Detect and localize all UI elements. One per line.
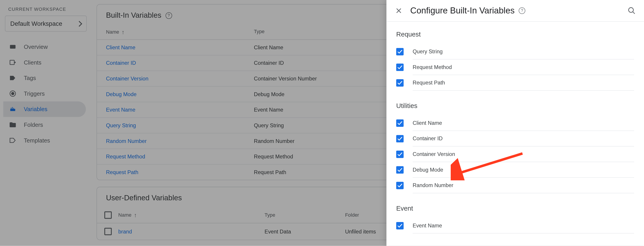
checkbox-checked[interactable] <box>396 135 404 143</box>
variable-checkbox-row[interactable]: Request Method <box>396 60 634 75</box>
checkbox-checked[interactable] <box>396 79 404 87</box>
variable-label: Debug Mode <box>413 162 634 178</box>
help-icon[interactable]: ? <box>519 7 525 14</box>
variable-label: Container ID <box>413 131 634 147</box>
variable-section: RequestQuery StringRequest MethodRequest… <box>396 31 634 90</box>
checkbox-checked[interactable] <box>396 119 404 127</box>
variable-checkbox-row[interactable]: Request Path <box>396 75 634 91</box>
drawer-body: RequestQuery StringRequest MethodRequest… <box>386 22 644 246</box>
drawer-header: Configure Built-In Variables ? <box>386 0 644 22</box>
variable-section: UtilitiesClient NameContainer IDContaine… <box>396 102 634 193</box>
variable-label: Container Version <box>413 147 634 162</box>
checkbox-checked[interactable] <box>396 151 404 158</box>
checkbox-checked[interactable] <box>396 222 404 230</box>
variable-label: Request Path <box>413 75 634 91</box>
variable-checkbox-row[interactable]: Container Version <box>396 147 634 162</box>
variable-checkbox-row[interactable]: Random Number <box>396 178 634 193</box>
checkbox-checked[interactable] <box>396 166 404 174</box>
search-button[interactable] <box>627 6 636 16</box>
variable-checkbox-row[interactable]: Client Name <box>396 115 634 131</box>
variable-checkbox-row[interactable]: Event Name <box>396 218 634 234</box>
variable-checkbox-row[interactable]: Query String <box>396 44 634 60</box>
variable-label: Request Method <box>413 60 634 75</box>
drawer-title: Configure Built-In Variables ? <box>410 6 620 16</box>
variable-label: Random Number <box>413 178 634 193</box>
section-title: Request <box>396 31 634 38</box>
checkbox-checked[interactable] <box>396 182 404 189</box>
variable-label: Query String <box>413 44 634 60</box>
section-title: Event <box>396 205 634 212</box>
checkbox-checked[interactable] <box>396 64 404 71</box>
svg-point-4 <box>628 8 633 12</box>
section-title: Utilities <box>396 102 634 110</box>
variable-section: EventEvent Name <box>396 205 634 234</box>
variable-checkbox-row[interactable]: Debug Mode <box>396 162 634 178</box>
variable-label: Event Name <box>413 218 634 234</box>
variable-label: Client Name <box>413 115 634 131</box>
checkbox-checked[interactable] <box>396 48 404 55</box>
variable-checkbox-row[interactable]: Container ID <box>396 131 634 147</box>
close-button[interactable] <box>394 6 404 16</box>
configure-variables-drawer: Configure Built-In Variables ? RequestQu… <box>386 0 644 246</box>
